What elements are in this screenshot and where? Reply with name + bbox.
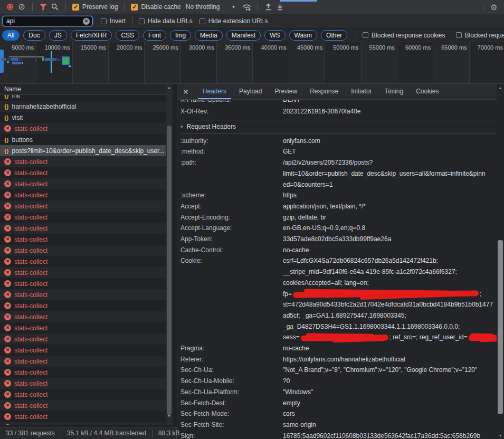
timeline-gridline (252, 42, 253, 83)
request-list-scrollbar[interactable]: ▲ ▼ (166, 84, 173, 425)
filter-pill-doc[interactable]: Doc (23, 30, 45, 41)
clear-filter-icon[interactable]: ✕ (83, 18, 90, 25)
request-row[interactable]: ✕stats-collect (0, 245, 166, 256)
timeline-gridline (361, 42, 362, 83)
tab-response[interactable]: Response (305, 84, 343, 99)
request-row[interactable]: ✕stats-collect (0, 311, 166, 322)
disable-cache-checkbox[interactable]: ✓ Disable cache (131, 3, 180, 11)
scroll-up-icon[interactable]: ▲ (166, 85, 173, 89)
import-har-button[interactable] (262, 1, 274, 13)
tab-timing[interactable]: Timing (380, 84, 408, 99)
network-conditions-button[interactable] (241, 1, 252, 13)
request-row[interactable]: ✕stats-collect (0, 389, 166, 400)
search-button[interactable] (49, 1, 61, 13)
request-row[interactable]: ✕stats-collect (0, 234, 166, 245)
request-row[interactable]: ✕stats-collect (0, 356, 166, 367)
filter-pill-css[interactable]: CSS (116, 30, 139, 41)
filter-pill-img[interactable]: Img (170, 30, 191, 41)
header-value-line: /api2/v2/users/20572336/posts? (283, 157, 497, 168)
request-row[interactable]: ✕stats-collect (0, 345, 166, 356)
request-row[interactable]: ✕stats-collect (0, 422, 166, 425)
request-row[interactable]: ✕stats-collect (0, 322, 166, 333)
preserve-log-checkbox[interactable]: ✓ Preserve log (72, 3, 118, 11)
scrollbar-thumb[interactable] (498, 240, 503, 414)
error-icon: ✕ (4, 236, 11, 243)
request-row[interactable]: {}buttons (0, 134, 166, 145)
hide-data-urls-checkbox[interactable]: Hide data URLs (139, 17, 193, 25)
request-row[interactable]: ✕stats-collect (0, 400, 166, 411)
throttling-dropdown[interactable]: No throttling ▼ (186, 3, 236, 11)
timeline-gridline (325, 42, 325, 83)
json-file-icon: {} (4, 148, 9, 154)
filter-pill-font[interactable]: Font (143, 30, 166, 41)
settings-button[interactable]: ⚙ (488, 1, 500, 13)
clear-button[interactable]: ⊘ (16, 1, 27, 13)
close-icon[interactable]: ✕ (183, 88, 189, 96)
request-row[interactable]: ✕stats-collect (0, 367, 166, 378)
request-row[interactable]: {}visit (0, 112, 166, 123)
filter-toggle-button[interactable] (37, 1, 49, 13)
tab-preview[interactable]: Preview (270, 84, 302, 99)
clear-icon: ⊘ (18, 3, 25, 11)
request-row[interactable]: ✕stats-collect (0, 212, 166, 223)
waterfall-bar (7, 58, 11, 61)
filter-pill-js[interactable]: JS (49, 30, 67, 41)
divider (32, 3, 33, 11)
header-value-line: _ga_D4827DS3H4=GS1.1.1698003344.1.1.1698… (283, 321, 497, 332)
hide-extension-urls-checkbox[interactable]: Hide extension URLs (199, 17, 268, 25)
scroll-up-icon[interactable]: ▲ (497, 86, 504, 90)
request-row[interactable]: ✕stats-collect (0, 256, 166, 267)
request-row[interactable]: ✕stats-collect (0, 333, 166, 345)
request-row[interactable]: ✕stats-collect (0, 201, 166, 212)
tab-initiator[interactable]: Initiator (346, 84, 376, 99)
scrollbar-thumb[interactable] (167, 126, 172, 415)
tab-payload[interactable]: Payload (234, 84, 267, 99)
header-value-text: st=472d48a90d5433bfc2a2d17042e4dfdcafd31… (283, 301, 493, 308)
request-detail-panel: ✕ HeadersPayloadPreviewResponseInitiator… (177, 84, 504, 439)
request-row[interactable]: ✕stats-collect (0, 378, 166, 389)
request-row[interactable]: ✕stats-collect (0, 411, 166, 422)
record-button[interactable] (4, 1, 16, 13)
request-row[interactable]: ✕stats-collect (0, 189, 166, 201)
network-overview-timeline[interactable]: 5000 ms10000 ms15000 ms20000 ms25000 ms3… (0, 42, 504, 84)
invert-checkbox[interactable]: Invert (101, 17, 126, 25)
transferred-size: 35.1 kB / 4.4 MB transferred (61, 430, 152, 437)
request-headers-section-toggle[interactable]: ▾ Request Headers (180, 120, 497, 134)
request-row[interactable]: ✕stats-collect (0, 123, 166, 134)
request-row[interactable]: ✕stats-collect (0, 178, 166, 189)
filter-pill-wasm[interactable]: Wasm (289, 30, 318, 41)
request-row[interactable]: {}init (0, 95, 166, 101)
waterfall-bar (19, 59, 23, 61)
header-value: empty (283, 398, 497, 409)
scroll-down-icon[interactable]: ▼ (166, 414, 173, 418)
request-row[interactable]: ✕stats-collect (0, 267, 166, 278)
request-row[interactable]: ✕stats-collect (0, 300, 166, 311)
request-row[interactable]: ✕stats-collect (0, 223, 166, 234)
detail-scrollbar[interactable]: ▲ ▼ (497, 84, 504, 439)
request-row[interactable]: {}posts?limit=10&order=publish_date_desc… (0, 145, 166, 156)
request-row[interactable]: ✕stats-collect (0, 167, 166, 178)
filter-pill-fetch-xhr[interactable]: Fetch/XHR (71, 30, 112, 41)
filter-pill-ws[interactable]: WS (264, 30, 285, 41)
divider (65, 3, 66, 11)
request-row[interactable]: ✕stats-collect (0, 278, 166, 289)
request-name: stats-collect (14, 158, 47, 166)
tab-headers[interactable]: Headers (198, 84, 231, 99)
header-row: Sec-Fetch-Site:same-origin (180, 419, 497, 431)
filter-input[interactable]: api ✕ (2, 16, 93, 26)
tab-cookies[interactable]: Cookies (411, 84, 443, 99)
scroll-down-icon[interactable]: ▼ (497, 434, 504, 437)
blocked-response-cookies-checkbox[interactable]: Blocked response cookies (363, 32, 445, 39)
filter-pill-other[interactable]: Other (321, 30, 347, 41)
request-row[interactable]: ✕stats-collect (0, 156, 166, 167)
name-column-header[interactable]: Name (0, 84, 166, 95)
request-row[interactable]: ✕stats-collect (0, 289, 166, 300)
hide-extension-urls-label: Hide extension URLs (208, 17, 268, 25)
export-har-button[interactable] (274, 1, 286, 13)
filter-pill-all[interactable]: All (2, 30, 20, 41)
blocked-requests-checkbox[interactable]: Blocked requests (456, 32, 504, 39)
request-row[interactable]: {}hannahelizabethofficial (0, 101, 166, 112)
filter-pill-media[interactable]: Media (195, 30, 223, 41)
overview-brush-handle[interactable] (0, 50, 4, 73)
filter-pill-manifest[interactable]: Manifest (226, 30, 261, 41)
